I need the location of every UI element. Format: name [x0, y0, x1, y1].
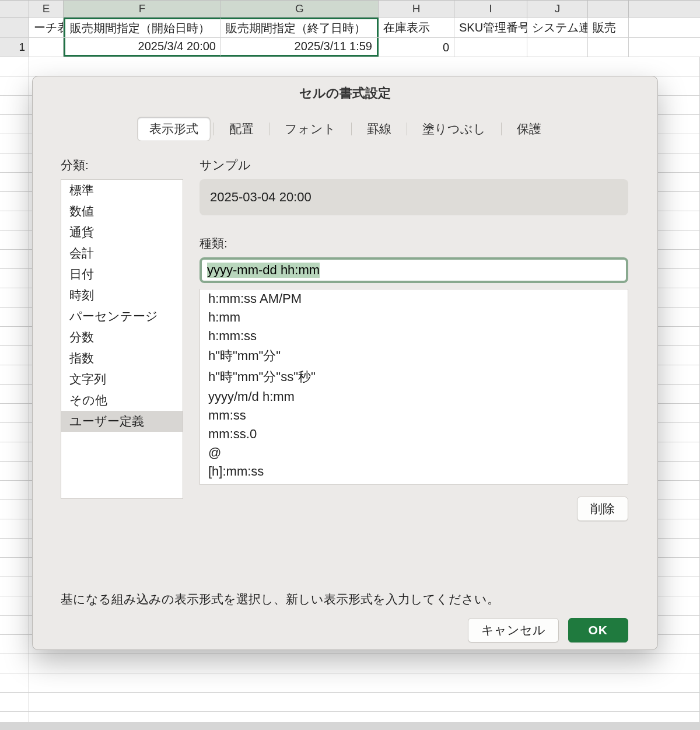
tab-separator — [501, 123, 502, 135]
cell-header-H[interactable]: 在庫表示 — [379, 18, 454, 37]
cell-K1[interactable] — [588, 38, 629, 57]
format-item[interactable]: mm:ss — [200, 406, 628, 425]
tab-separator — [214, 123, 214, 135]
format-item[interactable]: @ — [200, 443, 628, 462]
tab-separator — [269, 123, 270, 135]
tab-protection[interactable]: 保護 — [505, 117, 553, 141]
dialog-footer: キャンセル OK — [33, 607, 657, 655]
category-label: 分類: — [61, 157, 183, 173]
format-item[interactable]: h"時"mm"分"ss"秒" — [200, 366, 628, 387]
data-row-1: 1 2025/3/4 20:00 2025/3/11 1:59 0 — [0, 38, 700, 57]
category-item[interactable]: 会計 — [61, 243, 183, 264]
type-input[interactable] — [204, 261, 624, 279]
format-cells-dialog: セルの書式設定 表示形式 配置 フォント 罫線 塗りつぶし 保護 分類: 標準 … — [32, 76, 658, 650]
horizontal-scrollbar[interactable] — [0, 722, 700, 730]
col-header-I[interactable]: I — [454, 1, 527, 17]
category-item[interactable]: 標準 — [61, 180, 183, 201]
col-header-K[interactable] — [588, 1, 629, 17]
format-item[interactable]: yyyy/m/d h:mm — [200, 387, 628, 406]
sample-label: サンプル — [200, 157, 628, 173]
cell-E1[interactable] — [29, 38, 64, 57]
column-headers: E F G H I J — [0, 0, 700, 18]
delete-button[interactable]: 削除 — [577, 497, 628, 521]
sample-preview: 2025-03-04 20:00 — [200, 179, 628, 215]
category-item[interactable]: 文字列 — [61, 369, 183, 390]
category-item[interactable]: 日付 — [61, 264, 183, 285]
cancel-button[interactable]: キャンセル — [468, 618, 559, 642]
row-col-corner[interactable] — [0, 1, 29, 17]
help-text: 基になる組み込みの表示形式を選択し、新しい表示形式を入力してください。 — [61, 591, 628, 607]
dialog-title: セルの書式設定 — [33, 76, 657, 109]
col-header-F[interactable]: F — [64, 1, 221, 17]
col-header-E[interactable]: E — [29, 1, 64, 17]
col-header-J[interactable]: J — [527, 1, 588, 17]
format-item[interactable]: mm:ss.0 — [200, 425, 628, 443]
format-item[interactable]: [h]:mm:ss — [200, 462, 628, 481]
dialog-body: 分類: 標準 数値 通貨 会計 日付 時刻 パーセンテージ 分数 指数 文字列 … — [33, 144, 657, 607]
cell-header-F[interactable]: 販売期間指定（開始日時） — [64, 18, 221, 37]
dialog-tabs: 表示形式 配置 フォント 罫線 塗りつぶし 保護 — [33, 109, 657, 144]
tab-fill[interactable]: 塗りつぶし — [411, 117, 498, 141]
cell-header-I[interactable]: SKU管理番号 — [454, 18, 527, 37]
tab-alignment[interactable]: 配置 — [218, 117, 265, 141]
tab-font[interactable]: フォント — [273, 117, 348, 141]
category-item[interactable]: 時刻 — [61, 285, 183, 306]
cell-I1[interactable] — [454, 38, 527, 57]
format-item[interactable]: h:mm — [200, 308, 628, 327]
tab-separator — [407, 123, 407, 135]
col-header-G[interactable]: G — [221, 1, 379, 17]
cell-H1[interactable]: 0 — [379, 38, 454, 57]
category-item[interactable]: 分数 — [61, 327, 183, 348]
row-header-blank — [0, 18, 29, 37]
row-number-1[interactable]: 1 — [0, 38, 29, 57]
format-list[interactable]: h:mm:ss AM/PM h:mm h:mm:ss h"時"mm"分" h"時… — [200, 289, 628, 485]
category-item[interactable]: その他 — [61, 390, 183, 411]
col-header-H[interactable]: H — [379, 1, 454, 17]
ok-button[interactable]: OK — [568, 618, 629, 642]
tab-border[interactable]: 罫線 — [355, 117, 403, 141]
category-item-custom[interactable]: ユーザー定義 — [61, 411, 183, 432]
cell-header-E[interactable]: ーチ表示 — [29, 18, 64, 37]
format-item[interactable]: [$-ja-JP-x-gannen]ggge"年"m"月"d"日";@ — [200, 481, 628, 485]
cell-J1[interactable] — [527, 38, 588, 57]
tab-separator — [351, 123, 352, 135]
category-item[interactable]: パーセンテージ — [61, 306, 183, 327]
type-input-border — [200, 257, 628, 283]
cell-G1[interactable]: 2025/3/11 1:59 — [221, 38, 379, 57]
format-item[interactable]: h:mm:ss AM/PM — [200, 289, 628, 308]
cell-header-K[interactable]: 販売 — [588, 18, 629, 37]
type-label: 種類: — [200, 235, 628, 252]
cell-F1[interactable]: 2025/3/4 20:00 — [64, 38, 221, 57]
tab-number-format[interactable]: 表示形式 — [138, 117, 210, 141]
cell-header-G[interactable]: 販売期間指定（終了日時） — [221, 18, 379, 37]
category-item[interactable]: 数値 — [61, 201, 183, 222]
header-label-row: ーチ表示 販売期間指定（開始日時） 販売期間指定（終了日時） 在庫表示 SKU管… — [0, 18, 700, 38]
format-item[interactable]: h"時"mm"分" — [200, 345, 628, 366]
cell-header-J[interactable]: システム連携 — [527, 18, 588, 37]
category-list[interactable]: 標準 数値 通貨 会計 日付 時刻 パーセンテージ 分数 指数 文字列 その他 … — [61, 179, 183, 499]
category-item[interactable]: 通貨 — [61, 222, 183, 243]
category-item[interactable]: 指数 — [61, 348, 183, 369]
format-item[interactable]: h:mm:ss — [200, 327, 628, 345]
